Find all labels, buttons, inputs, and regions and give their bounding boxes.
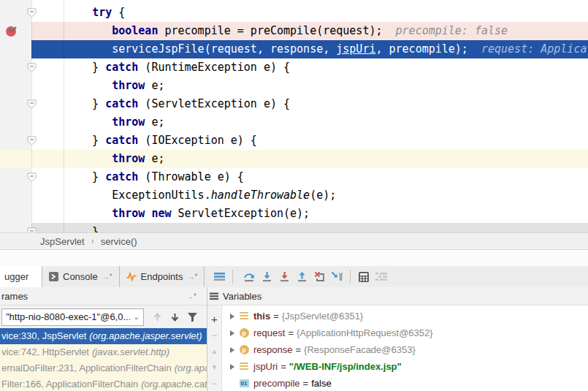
- step-over-icon[interactable]: [240, 266, 258, 287]
- stack-frame-row[interactable]: vice:330, JspServlet(org.apache.jasper.s…: [0, 328, 207, 344]
- chevron-down-icon: ⌄: [130, 313, 143, 321]
- tab-console-label: Console: [63, 271, 98, 282]
- code-token: precompile = preCompile(request);: [158, 24, 382, 37]
- code-token: [66, 6, 92, 19]
- stack-frame-row[interactable]: vice:742, HttpServlet(javax.servlet.http…: [0, 344, 207, 360]
- primitive-type-icon: 01: [239, 379, 249, 388]
- fold-marker-icon[interactable]: [27, 136, 37, 145]
- breadcrumb-class[interactable]: JspServlet: [40, 236, 85, 247]
- code-token: (e);: [310, 189, 336, 202]
- code-line[interactable]: throw e;: [0, 77, 588, 95]
- code-token: throw new: [112, 207, 171, 220]
- variables-menu-icon[interactable]: [210, 292, 218, 300]
- code-line[interactable]: try {: [0, 4, 588, 22]
- variables-tree: this={JspServlet@6351}prequest={Applicat…: [222, 305, 588, 391]
- fold-marker-icon[interactable]: [27, 63, 37, 72]
- move-down-icon[interactable]: ▼: [207, 359, 221, 375]
- step-out-icon[interactable]: [293, 266, 310, 287]
- code-token: [66, 207, 112, 220]
- debug-window-spacer: [0, 250, 588, 266]
- variable-row[interactable]: prequest={ApplicationHttpRequest@6352}: [222, 324, 588, 341]
- variable-name: this: [253, 311, 270, 322]
- layout-settings-icon[interactable]: [373, 266, 390, 287]
- thread-selector-value: "http-nio-8080-exec-1"@6,0...: [2, 311, 130, 322]
- code-line[interactable]: throw e;: [0, 113, 588, 132]
- variables-header: Variables: [207, 287, 588, 305]
- fold-marker-icon[interactable]: [27, 172, 37, 182]
- code-line[interactable]: throw e;: [0, 150, 588, 168]
- fold-marker-icon[interactable]: [27, 8, 37, 18]
- variable-name: precompile: [253, 378, 300, 389]
- hamburger-icon[interactable]: [210, 266, 228, 287]
- debug-toolbar: ugger Console →* Endpoints →*: [0, 266, 588, 288]
- variable-value: "/WEB-INF/jsp/index.jsp": [289, 361, 402, 372]
- code-token: (IOException e) {: [138, 134, 257, 147]
- expand-chevron-icon[interactable]: [226, 347, 239, 353]
- fold-marker-icon[interactable]: [27, 99, 37, 109]
- tab-console[interactable]: Console →*: [42, 266, 120, 287]
- remove-watch-icon[interactable]: −: [207, 327, 221, 343]
- code-token: ExceptionUtils.: [66, 189, 211, 202]
- thread-selector[interactable]: "http-nio-8080-exec-1"@6,0... ⌄: [1, 308, 144, 326]
- code-token: (Throwable e) {: [138, 170, 244, 183]
- step-into-icon[interactable]: [258, 266, 275, 287]
- code-line[interactable]: boolean precompile = preCompile(request)…: [0, 22, 588, 40]
- code-token: [66, 24, 112, 37]
- evaluate-expression-icon[interactable]: [355, 266, 373, 287]
- expand-chevron-icon[interactable]: [226, 330, 239, 336]
- code-token: throw: [112, 79, 145, 92]
- debug-panels: rames →* "http-nio-8080-exec-1"@6,0... ⌄: [0, 287, 588, 391]
- code-token: }: [66, 170, 105, 183]
- variable-value: false: [311, 378, 331, 389]
- frame-package: (org.apache.jasper.servlet): [89, 330, 202, 341]
- code-line[interactable]: serviceJspFile(request, response, jspUri…: [0, 40, 588, 58]
- variables-toolbar: + − ▲ ▼ −: [207, 305, 222, 391]
- add-watch-icon[interactable]: +: [207, 311, 221, 327]
- toolbar-separator: [232, 270, 233, 284]
- stack-frame-row[interactable]: Filter:166, ApplicationFilterChain(org.a…: [0, 376, 207, 391]
- code-line[interactable]: ExceptionUtils.handleThrowable(e);: [0, 186, 588, 205]
- variables-panel: Variables + − ▲ ▼ − this={JspServlet@635…: [207, 287, 588, 391]
- equals-sign: =: [288, 327, 294, 338]
- code-line[interactable]: } catch (IOException e) {: [0, 132, 588, 150]
- previous-frame-icon[interactable]: [148, 312, 166, 322]
- variable-row[interactable]: this={JspServlet@6351}: [222, 308, 588, 324]
- frames-pin-icon[interactable]: →*: [186, 292, 196, 300]
- expand-chevron-icon[interactable]: [226, 364, 239, 370]
- variable-type-icon: [239, 312, 249, 321]
- variable-row[interactable]: jspUri="/WEB-INF/jsp/index.jsp": [222, 358, 588, 375]
- variable-row[interactable]: presponse={ResponseFacade@6353}: [222, 341, 588, 358]
- equals-sign: =: [273, 311, 279, 322]
- move-up-icon[interactable]: ▲: [207, 343, 221, 360]
- breadcrumb: JspServlet › service(): [0, 232, 588, 250]
- ide-debug-view: try { boolean precompile = preCompile(re…: [0, 0, 588, 391]
- code-line[interactable]: } catch (ServletException e) {: [0, 95, 588, 113]
- stack-frame-row[interactable]: ernalDoFilter:231, ApplicationFilterChai…: [0, 360, 207, 376]
- parameter-type-icon: p: [239, 329, 249, 338]
- drop-frame-icon[interactable]: [310, 266, 328, 287]
- tab-endpoints-pin-icon: →*: [187, 273, 197, 281]
- code-token: (ServletException e) {: [138, 97, 290, 110]
- variable-row[interactable]: 01precompile=false: [222, 375, 588, 391]
- code-line[interactable]: } catch (Throwable e) {: [0, 168, 588, 186]
- code-line[interactable]: } catch (RuntimeException e) {: [0, 58, 588, 77]
- tab-debugger[interactable]: ugger: [0, 266, 42, 287]
- extra-tool-icon[interactable]: −: [207, 375, 221, 391]
- frame-location: vice:742, HttpServlet: [1, 346, 89, 357]
- code-token: , precompile);: [375, 42, 467, 56]
- expand-chevron-icon[interactable]: [226, 314, 239, 319]
- filter-funnel-icon[interactable]: [183, 312, 201, 322]
- console-icon: [49, 272, 58, 281]
- code-editor[interactable]: try { boolean precompile = preCompile(re…: [0, 0, 588, 232]
- code-line[interactable]: }: [0, 223, 588, 232]
- code-line[interactable]: throw new ServletException(e);: [0, 205, 588, 223]
- force-step-into-icon[interactable]: [275, 266, 293, 287]
- breadcrumb-method[interactable]: service(): [101, 236, 137, 247]
- breakpoint-icon[interactable]: [6, 25, 18, 37]
- next-frame-icon[interactable]: [166, 312, 183, 322]
- tab-endpoints[interactable]: Endpoints →*: [120, 266, 205, 287]
- code-token: (RuntimeException e) {: [138, 61, 290, 74]
- fold-marker-icon[interactable]: [27, 227, 37, 232]
- frames-title: rames: [1, 291, 28, 302]
- run-to-cursor-icon[interactable]: [328, 266, 345, 287]
